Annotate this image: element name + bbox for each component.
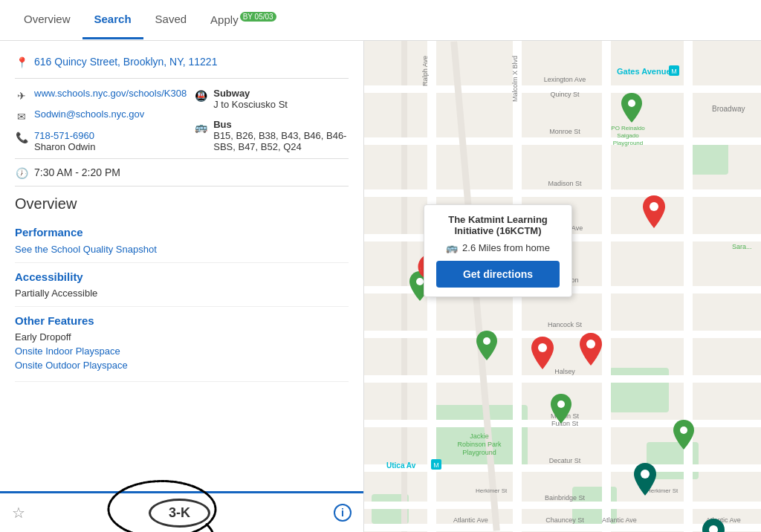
svg-text:Fulton St: Fulton St — [551, 420, 579, 427]
navigation-bar: Overview Search Saved ApplyBY 05/03 — [0, 0, 761, 41]
svg-point-61 — [483, 337, 490, 345]
contact-name: Sharon Odwin — [34, 141, 95, 152]
svg-text:M: M — [433, 461, 439, 469]
bus-routes: B15, B26, B38, B43, B46, B46-SBS, B47, B… — [213, 130, 349, 152]
svg-text:Salgado: Salgado — [617, 132, 639, 139]
svg-point-60 — [416, 278, 424, 285]
bus-item: 🚌 Bus B15, B26, B38, B43, B46, B46-SBS, … — [194, 119, 349, 152]
tab-overview[interactable]: Overview — [12, 1, 82, 39]
website-link[interactable]: www.schools.nyc.gov/schools/K308 — [34, 88, 187, 99]
map-tooltip: The Katmint Learning Initiative (16KCTM)… — [424, 204, 572, 297]
feature-early-dropoff: Early Dropoff — [15, 331, 349, 343]
tab-saved[interactable]: Saved — [143, 1, 199, 39]
svg-text:PO Reinaldo: PO Reinaldo — [611, 125, 645, 132]
main-content: 📍 616 Quincy Street, Brooklyn, NY, 11221… — [0, 41, 761, 532]
get-directions-button[interactable]: Get directions — [436, 261, 560, 288]
svg-text:Malcolm X Blvd: Malcolm X Blvd — [511, 56, 519, 102]
svg-text:Atlantic Ave: Atlantic Ave — [602, 516, 637, 524]
svg-rect-22 — [364, 502, 761, 509]
star-icon[interactable]: ☆ — [12, 504, 25, 522]
svg-text:Playground: Playground — [613, 140, 643, 146]
svg-text:Monroe St: Monroe St — [549, 128, 580, 135]
address-row: 📍 616 Quincy Street, Brooklyn, NY, 11221 — [15, 48, 349, 75]
tab-search[interactable]: Search — [82, 1, 143, 39]
email-item: ✉ Sodwin@schools.nyc.gov — [15, 108, 187, 123]
performance-link[interactable]: See the School Quality Snapshot — [15, 244, 157, 255]
svg-text:Utica Av: Utica Av — [386, 461, 416, 470]
svg-point-62 — [557, 400, 565, 408]
grade-badge-container: 3-K — [31, 499, 328, 528]
phone-item: 📞 718-571-6960 Sharon Odwin — [15, 129, 187, 152]
svg-text:Herkimer St: Herkimer St — [647, 487, 679, 494]
performance-title: Performance — [15, 226, 349, 239]
accessibility-section: Accessibility Partially Accessible — [15, 263, 349, 307]
svg-rect-19 — [364, 375, 761, 383]
subway-line: J to Kosciusko St — [213, 99, 288, 110]
apply-badge: BY 05/03 — [240, 12, 276, 22]
svg-text:Atlantic Ave: Atlantic Ave — [453, 516, 488, 524]
tooltip-title: The Katmint Learning Initiative (16KCTM) — [436, 214, 560, 236]
phone-link[interactable]: 718-571-6960 — [34, 130, 94, 141]
address-link[interactable]: 616 Quincy Street, Brooklyn, NY, 11221 — [34, 56, 217, 68]
contact-transport-row: ✈ www.schools.nyc.gov/schools/K308 ✉ Sod… — [15, 82, 349, 158]
other-features-title: Other Features — [15, 314, 349, 327]
svg-text:Ralph Ave: Ralph Ave — [421, 56, 429, 86]
info-button[interactable]: i — [334, 504, 352, 522]
subway-icon: 🚇 — [194, 89, 207, 103]
map-container[interactable]: Lexington Ave Quincy St Monroe St Madiso… — [364, 41, 761, 532]
email-icon: ✉ — [15, 110, 28, 123]
svg-text:Gates Avenue: Gates Avenue — [617, 67, 671, 76]
svg-rect-3 — [609, 368, 669, 412]
svg-rect-14 — [364, 137, 761, 145]
svg-rect-15 — [364, 189, 761, 197]
location-icon: 📍 — [15, 56, 28, 69]
svg-point-67 — [538, 343, 547, 352]
svg-text:M: M — [671, 68, 677, 75]
tooltip-distance: 🚌 2.6 Miles from home — [436, 242, 560, 253]
features-list: Early Dropoff Onsite Indoor Playspace On… — [15, 331, 349, 371]
bottom-bar: ☆ 3-K i — [0, 491, 363, 532]
feature-indoor-playspace[interactable]: Onsite Indoor Playspace — [15, 346, 349, 357]
svg-text:Chauncey St: Chauncey St — [545, 516, 584, 524]
svg-text:Broadway: Broadway — [712, 105, 745, 113]
school-info: 📍 616 Quincy Street, Brooklyn, NY, 11221… — [0, 41, 363, 389]
globe-icon: ✈ — [15, 89, 28, 103]
svg-text:Quincy St: Quincy St — [550, 91, 580, 98]
clock-icon: 🕖 — [15, 166, 28, 180]
svg-rect-18 — [364, 331, 761, 338]
transport-section: 🚇 Subway J to Kosciusko St 🚌 Bus B15, B2… — [194, 88, 349, 152]
svg-point-63 — [680, 426, 687, 434]
svg-rect-23 — [364, 524, 761, 531]
tab-apply[interactable]: ApplyBY 05/03 — [198, 1, 288, 40]
svg-point-68 — [586, 340, 595, 348]
svg-text:Bainbridge St: Bainbridge St — [545, 494, 586, 502]
accessibility-title: Accessibility — [15, 270, 349, 283]
email-link[interactable]: Sodwin@schools.nyc.gov — [34, 108, 144, 120]
subway-item: 🚇 Subway J to Kosciusko St — [194, 88, 349, 110]
accessibility-text: Partially Accessible — [15, 288, 349, 299]
svg-rect-21 — [364, 464, 761, 472]
hours-text: 7:30 AM - 2:20 PM — [34, 166, 120, 178]
svg-text:Madison St: Madison St — [548, 180, 582, 187]
bus-icon-tooltip: 🚌 — [446, 242, 458, 253]
grade-badge: 3-K — [149, 499, 210, 528]
bus-icon: 🚌 — [194, 120, 207, 134]
contact-section: ✈ www.schools.nyc.gov/schools/K308 ✉ Sod… — [15, 88, 187, 152]
right-panel: Lexington Ave Quincy St Monroe St Madiso… — [364, 41, 761, 532]
website-item: ✈ www.schools.nyc.gov/schools/K308 — [15, 88, 187, 103]
other-features-section: Other Features Early Dropoff Onsite Indo… — [15, 307, 349, 382]
svg-text:Halsey: Halsey — [554, 368, 575, 375]
subway-label: Subway — [213, 88, 288, 99]
bus-label: Bus — [213, 119, 349, 130]
phone-icon: 📞 — [15, 131, 28, 144]
feature-outdoor-playspace[interactable]: Onsite Outdoor Playspace — [15, 360, 349, 371]
left-panel: 📍 616 Quincy Street, Brooklyn, NY, 11221… — [0, 41, 364, 532]
svg-text:Sara...: Sara... — [732, 243, 752, 250]
svg-text:Herkimer St: Herkimer St — [476, 487, 508, 494]
divider-1 — [15, 78, 349, 79]
svg-point-64 — [650, 202, 658, 211]
svg-text:Playground: Playground — [462, 449, 496, 456]
svg-point-69 — [641, 470, 650, 479]
svg-text:Decatur St: Decatur St — [549, 457, 581, 464]
hours-row: 🕖 7:30 AM - 2:20 PM — [15, 158, 349, 186]
